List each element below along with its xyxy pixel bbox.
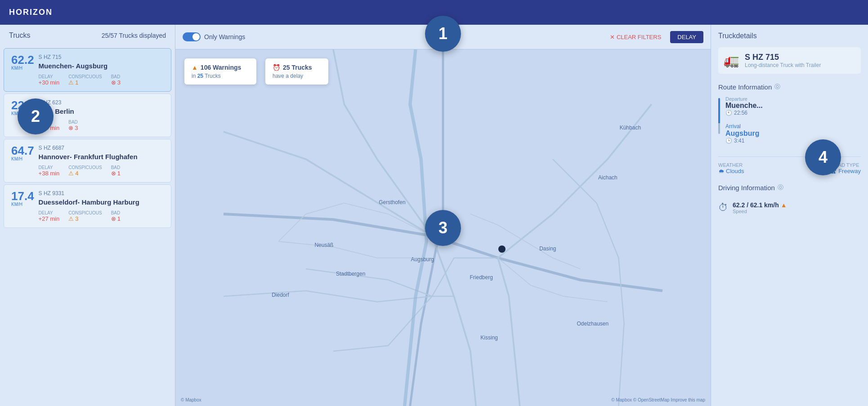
- step-4-circle: 4: [805, 139, 841, 175]
- toggle-wrapper: Only Warnings: [183, 32, 245, 41]
- truck-card-1[interactable]: 62.2 KM/H S HZ 715 Muenchen- Augsburg DE…: [4, 48, 171, 92]
- truck-stats-4: DELAY +27 min CONSPICUOUS ⚠3 BAD ⊗1: [39, 210, 164, 222]
- truck-id-4: S HZ 9331: [39, 190, 164, 196]
- clock-icon-departure: 🕙: [725, 110, 732, 116]
- truck-identity: 🚛 S HZ 715 Long-distance Truck with Trai…: [718, 47, 861, 74]
- delay-card-title: ⏰ 25 Trucks: [273, 64, 321, 71]
- speedometer-icon: ⏱: [718, 202, 728, 214]
- clear-filters-button[interactable]: ✕ CLEAR FILTERS: [610, 34, 661, 40]
- truck-card-3[interactable]: 64.7 KM/H S HZ 6687 Hannover- Frankfurt …: [4, 139, 171, 183]
- trucks-count: 25/57 Trucks displayed: [102, 32, 166, 39]
- speed-badge-4: 17.4 KM/H: [11, 190, 34, 207]
- departure-time: 🕙 22:56: [725, 110, 861, 116]
- truck-route-4: Duesseldorf- Hamburg Harburg: [39, 198, 164, 206]
- truck-stats-1: DELAY +30 min CONSPICUOUS ⚠1 BAD ⊗3: [39, 74, 164, 86]
- speed-unit-3: KM/H: [11, 156, 22, 161]
- delay-card: ⏰ 25 Trucks have a delay: [265, 58, 328, 85]
- speed-value-3: 64.7: [11, 145, 34, 156]
- truck-stats-3: DELAY +38 min CONSPICUOUS ⚠4 BAD ⊗1: [39, 165, 164, 177]
- truck-card-2[interactable]: 2 22.8 KM/H S HZ 623 Du... Berlin DELAY …: [4, 94, 171, 137]
- truck-route-1: Muenchen- Augsburg: [39, 62, 164, 70]
- map-area[interactable]: Gersthofen Neusäß Augsburg Stadtbergen D…: [175, 49, 711, 406]
- main-layout: Trucks 25/57 Trucks displayed 62.2 KM/H …: [0, 25, 868, 406]
- right-panel: Truckdetails 🚛 S HZ 715 Long-distance Tr…: [711, 25, 868, 406]
- truck-dot: [498, 245, 506, 253]
- speed-badge-3: 64.7 KM/H: [11, 145, 34, 161]
- truck-identity-name: S HZ 715: [745, 53, 821, 62]
- route-line-container: [718, 96, 720, 134]
- stat-conspicuous-4: CONSPICUOUS ⚠3: [68, 210, 102, 222]
- stat-delay-4: DELAY +27 min: [39, 210, 60, 222]
- toolbar-wrapper: Only Warnings ✕ CLEAR FILTERS DELAY 1: [175, 25, 711, 49]
- arrival-time: 🕒 3:41: [725, 138, 861, 144]
- truck-identity-type: Long-distance Truck with Trailer: [745, 62, 821, 68]
- truck-card-details-4: S HZ 9331 Duesseldorf- Hamburg Harburg D…: [39, 190, 164, 222]
- speed-value-1: 62.2: [11, 54, 34, 66]
- cloud-icon: 🌧: [718, 168, 724, 174]
- departure-stop: Departure Muenche... 🕙 22:56: [725, 96, 861, 116]
- map-copyright: © Mapbox © OpenStreetMap Improve this ma…: [611, 397, 705, 402]
- stat-bad-2: BAD ⊗3: [68, 120, 78, 131]
- center-panel: Only Warnings ✕ CLEAR FILTERS DELAY 1: [175, 25, 711, 406]
- stat-bad-1: BAD ⊗3: [111, 74, 121, 86]
- truck-route-2: Du... Berlin: [39, 107, 164, 115]
- stat-conspicuous-1: CONSPICUOUS ⚠1: [68, 74, 102, 86]
- truck-stats-2: DELAY +25 min BAD ⊗3: [39, 120, 164, 131]
- speed-unit-1: KM/H: [11, 66, 22, 71]
- truck-card-details-1: S HZ 715 Muenchen- Augsburg DELAY +30 mi…: [39, 54, 164, 86]
- app-title: HORIZON: [9, 8, 53, 17]
- route-info-section: Route Information ⓪ Departure Muenche...…: [718, 83, 861, 174]
- warning-card-title: ▲ 106 Warnings: [192, 64, 249, 71]
- truck-id-2: S HZ 623: [39, 99, 164, 106]
- weather-item: WEATHER 🌧 Clouds: [718, 162, 744, 174]
- truck-id-1: S HZ 715: [39, 54, 164, 60]
- route-stops: Departure Muenche... 🕙 22:56 Arrival Aug…: [725, 96, 861, 151]
- driving-speed: ⏱ 62.2 / 62.1 km/h ▲ Speed: [718, 197, 861, 219]
- step-1-circle: 1: [425, 16, 461, 52]
- trucks-title: Trucks: [9, 31, 30, 40]
- warning-card: ▲ 106 Warnings in 25 Trucks: [184, 58, 256, 85]
- arrival-stop: Arrival Augsburg 🕒 3:41: [725, 123, 861, 144]
- truck-identity-info: S HZ 715 Long-distance Truck with Traile…: [745, 53, 821, 68]
- trucks-header: Trucks 25/57 Trucks displayed: [0, 25, 175, 46]
- route-info-title: Route Information ⓪: [718, 83, 861, 91]
- speed-warning-icon: ▲: [781, 201, 787, 209]
- mapbox-credit: © Mapbox: [181, 397, 201, 402]
- truckdetails-title: Truckdetails: [718, 32, 861, 40]
- truck-route-3: Hannover- Frankfurt Flughafen: [39, 153, 164, 161]
- warning-icon: ▲: [192, 64, 198, 71]
- stat-delay-3: DELAY +38 min: [39, 165, 60, 177]
- route-info-icon: ⓪: [774, 83, 780, 91]
- speed-unit-4: KM/H: [11, 202, 22, 207]
- step-3-circle: 3: [425, 210, 461, 246]
- driving-info-icon: ⓪: [778, 183, 783, 192]
- delay-card-sub: have a delay: [273, 73, 321, 79]
- route-line: [718, 98, 720, 134]
- driving-section: Driving Information ⓪ ⏱ 62.2 / 62.1 km/h…: [718, 183, 861, 219]
- trucks-panel: Trucks 25/57 Trucks displayed 62.2 KM/H …: [0, 25, 175, 406]
- truck-card-details-3: S HZ 6687 Hannover- Frankfurt Flughafen …: [39, 145, 164, 177]
- driving-info-title: Driving Information ⓪: [718, 183, 861, 192]
- truck-card-4[interactable]: 17.4 KM/H S HZ 9331 Duesseldorf- Hamburg…: [4, 184, 171, 228]
- truck-id-3: S HZ 6687: [39, 145, 164, 151]
- clock-icon: ⏰: [273, 64, 280, 71]
- step-2-circle: 2: [18, 98, 54, 134]
- delay-button[interactable]: DELAY: [670, 31, 703, 43]
- route-visual: Departure Muenche... 🕙 22:56 Arrival Aug…: [718, 96, 861, 151]
- speed-badge-1: 62.2 KM/H: [11, 54, 34, 71]
- truck-icon: 🚛: [724, 53, 739, 68]
- stat-bad-3: BAD ⊗1: [111, 165, 121, 177]
- stat-bad-4: BAD ⊗1: [111, 210, 121, 222]
- stat-conspicuous-3: CONSPICUOUS ⚠4: [68, 165, 102, 177]
- toggle-label: Only Warnings: [204, 33, 245, 40]
- truck-card-details-2: S HZ 623 Du... Berlin DELAY +25 min BAD …: [39, 99, 164, 131]
- speed-value-4: 17.4: [11, 190, 34, 202]
- warning-card-sub: in 25 Trucks: [192, 73, 249, 79]
- only-warnings-toggle[interactable]: [183, 32, 201, 41]
- stat-delay-1: DELAY +30 min: [39, 74, 60, 86]
- clock-icon-arrival: 🕒: [725, 138, 732, 144]
